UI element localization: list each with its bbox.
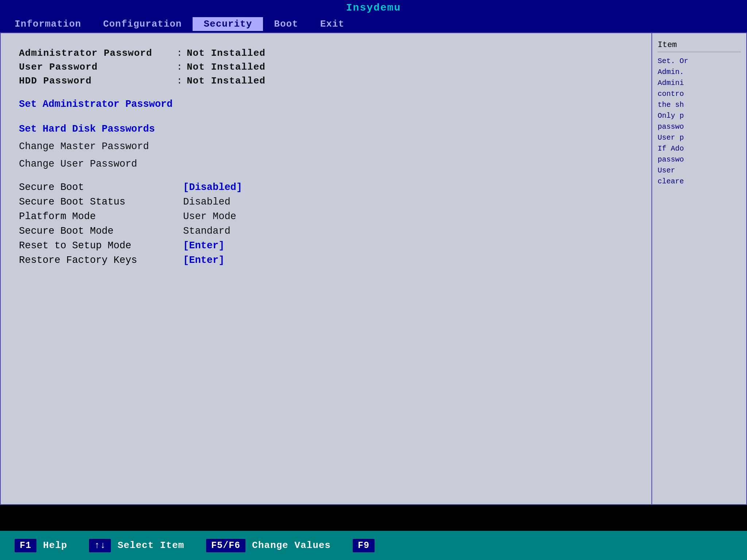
password-value: Not Installed xyxy=(187,48,266,59)
menu-value: Standard xyxy=(183,226,231,237)
password-status-row: User Password : Not Installed xyxy=(19,62,633,73)
main-area: Administrator Password : Not Installed U… xyxy=(0,32,747,505)
menu-value: [Enter] xyxy=(183,255,224,266)
menu-row-item[interactable]: Restore Factory Keys [Enter] xyxy=(19,255,633,266)
content-panel: Administrator Password : Not Installed U… xyxy=(0,32,652,505)
status-bar-item: F1 Help xyxy=(15,539,67,552)
password-label: HDD Password xyxy=(19,75,172,86)
nav-bar: InformationConfigurationSecurityBootExit xyxy=(0,16,747,32)
nav-item-boot[interactable]: Boot xyxy=(263,17,309,31)
menu-label: Secure Boot Mode xyxy=(19,226,183,237)
password-value: Not Installed xyxy=(187,62,266,73)
menu-row-item: Secure Boot Mode Standard xyxy=(19,226,633,237)
title-bar: Insydemu xyxy=(0,0,747,16)
nav-item-configuration[interactable]: Configuration xyxy=(92,17,193,31)
password-status-row: HDD Password : Not Installed xyxy=(19,75,633,86)
status-bar-item: ↑↓ Select Item xyxy=(89,539,184,552)
menu-label: Secure Boot xyxy=(19,182,183,193)
status-key: F9 xyxy=(353,539,375,552)
menu-item-set-administrator-password[interactable]: Set Administrator Password xyxy=(19,97,633,111)
password-colon: : xyxy=(172,75,187,86)
menu-row-item: Secure Boot Status Disabled xyxy=(19,197,633,207)
menu-value: [Enter] xyxy=(183,240,224,251)
password-colon: : xyxy=(172,48,187,59)
password-value: Not Installed xyxy=(187,75,266,86)
app-title: Insydemu xyxy=(346,2,401,13)
status-key: ↑↓ xyxy=(89,539,111,552)
menu-row-item[interactable]: Reset to Setup Mode [Enter] xyxy=(19,240,633,251)
password-label: Administrator Password xyxy=(19,48,172,59)
menu-row-item: Platform Mode User Mode xyxy=(19,211,633,222)
nav-item-exit[interactable]: Exit xyxy=(309,17,355,31)
status-bar-item: F9 xyxy=(353,539,381,552)
menu-row-item[interactable]: Secure Boot [Disabled] xyxy=(19,182,633,193)
status-bar-item: F5/F6 Change Values xyxy=(206,539,331,552)
menu-label: Restore Factory Keys xyxy=(19,255,183,266)
password-label: User Password xyxy=(19,62,172,73)
status-desc: Help xyxy=(43,540,67,551)
password-status-section: Administrator Password : Not Installed U… xyxy=(19,48,633,86)
menu-value: [Disabled] xyxy=(183,182,242,193)
status-desc: Change Values xyxy=(252,540,331,551)
menu-value: User Mode xyxy=(183,211,236,222)
nav-item-security[interactable]: Security xyxy=(193,17,263,31)
status-desc: Select Item xyxy=(117,540,184,551)
menu-label: Platform Mode xyxy=(19,211,183,222)
status-key: F5/F6 xyxy=(206,539,245,552)
password-status-row: Administrator Password : Not Installed xyxy=(19,48,633,59)
sidebar-title: Item xyxy=(658,40,741,52)
sidebar-panel: Item Set. OrAdmin.Adminicontrothe shOnly… xyxy=(652,32,747,505)
menu-items-container: Set Administrator PasswordSet Hard Disk … xyxy=(19,97,633,266)
menu-label: Reset to Setup Mode xyxy=(19,240,183,251)
nav-item-information[interactable]: Information xyxy=(4,17,92,31)
status-bar: F1 Help ↑↓ Select Item F5/F6 Change Valu… xyxy=(0,531,747,560)
menu-item-change-master-password: Change Master Password xyxy=(19,140,633,153)
status-key: F1 xyxy=(15,539,36,552)
menu-item-set-hard-disk-passwords[interactable]: Set Hard Disk Passwords xyxy=(19,122,633,136)
sidebar-text: Set. OrAdmin.Adminicontrothe shOnly ppas… xyxy=(658,56,741,187)
menu-value: Disabled xyxy=(183,197,231,207)
menu-item-change-user-password: Change User Password xyxy=(19,157,633,171)
password-colon: : xyxy=(172,62,187,73)
menu-label: Secure Boot Status xyxy=(19,197,183,207)
